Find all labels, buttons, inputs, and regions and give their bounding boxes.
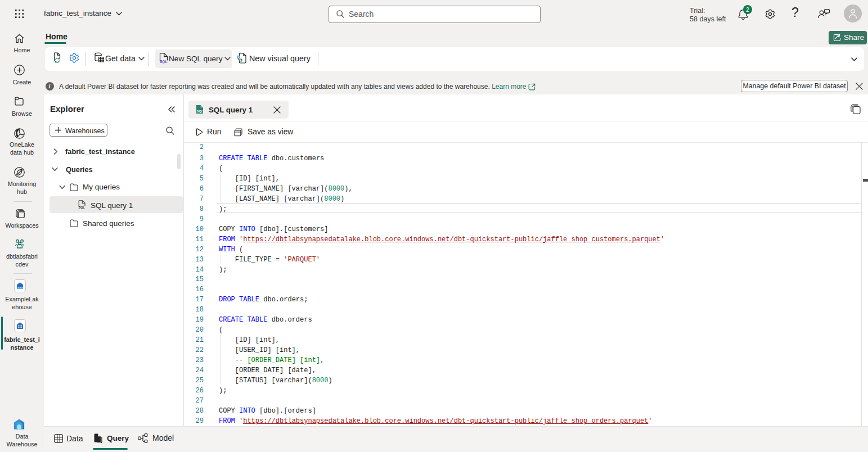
svg-text:SQL: SQL	[197, 110, 204, 113]
svg-text:SQL: SQL	[160, 60, 167, 64]
svg-text:SQL: SQL	[79, 206, 86, 209]
